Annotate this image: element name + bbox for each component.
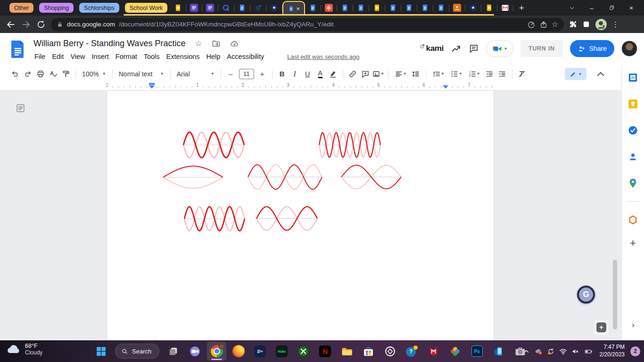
sync-pending-icon[interactable] — [547, 347, 555, 355]
browser-menu-chevron-icon[interactable] — [562, 0, 582, 16]
star-document-icon[interactable]: ☆ — [195, 39, 202, 49]
taskbar-netflix-icon[interactable]: N — [315, 342, 335, 361]
tab-slides[interactable] — [170, 0, 186, 16]
menu-insert[interactable]: Insert — [89, 51, 112, 62]
menu-edit[interactable]: Edit — [49, 51, 67, 62]
menu-format[interactable]: Format — [112, 51, 140, 62]
increase-font-icon[interactable]: + — [256, 68, 269, 80]
last-edit-link[interactable]: Last edit was seconds ago — [287, 53, 359, 60]
browser-profile-avatar[interactable] — [595, 18, 607, 31]
tab-slides[interactable] — [369, 0, 385, 16]
taskbar-photos-icon[interactable] — [446, 342, 465, 361]
hide-menus-chevron-icon[interactable] — [595, 68, 606, 80]
google-docs-logo-icon[interactable] — [11, 41, 25, 58]
taskbar-chat-icon[interactable] — [185, 342, 205, 361]
taskbar-explorer-icon[interactable] — [337, 342, 356, 361]
activity-trend-icon[interactable] — [451, 43, 462, 54]
standing-wave-5-loops[interactable] — [183, 132, 244, 158]
grammarly-button[interactable]: G — [577, 286, 595, 304]
battery-icon[interactable] — [584, 347, 594, 355]
taskbar-your-phone-icon[interactable] — [489, 342, 508, 361]
bookmark-star-icon[interactable]: ☆ — [552, 20, 558, 29]
decrease-font-icon[interactable]: – — [224, 68, 237, 80]
taskbar-start-icon[interactable] — [91, 342, 111, 361]
performance-gauge-icon[interactable] — [527, 20, 536, 29]
doc-page[interactable] — [107, 91, 494, 340]
right-indent-marker[interactable] — [443, 85, 448, 89]
taskbar-ring-app-icon[interactable] — [380, 342, 400, 361]
explore-button[interactable] — [593, 319, 610, 336]
first-line-indent-marker[interactable] — [149, 83, 155, 85]
weather-widget[interactable]: 68°F Cloudy — [7, 343, 42, 356]
add-comment-icon[interactable] — [359, 68, 372, 80]
font-size-field[interactable]: 11 — [239, 69, 254, 79]
text-color-icon[interactable]: A — [314, 68, 327, 80]
taskbar-ps-express-icon[interactable]: Ps — [467, 342, 487, 361]
standing-wave-2-loops[interactable] — [341, 165, 401, 189]
tasks-panel-icon[interactable] — [627, 125, 638, 136]
line-spacing-icon[interactable] — [410, 68, 422, 80]
redo-icon[interactable] — [21, 68, 34, 80]
styles-select[interactable]: Normal text▼ — [116, 70, 167, 78]
highlight-color-icon[interactable] — [327, 68, 339, 80]
menu-extensions[interactable]: Extensions — [163, 51, 203, 62]
increase-indent-icon[interactable] — [496, 68, 509, 80]
side-panel-collapse-icon[interactable]: › — [622, 320, 644, 330]
addon-panel-icon[interactable] — [627, 214, 638, 225]
menu-accessibility[interactable]: Accessibility — [223, 51, 267, 62]
tab-group-school-work[interactable]: School Work — [125, 3, 168, 13]
underline-icon[interactable]: U — [301, 68, 314, 80]
taskbar-firefox-icon[interactable] — [229, 342, 248, 361]
extensions-puzzle-icon[interactable] — [569, 20, 578, 29]
checklist-icon[interactable]: ▼ — [429, 68, 447, 80]
turn-in-button[interactable]: TURN IN — [520, 40, 563, 57]
taskbar-xbox-icon[interactable] — [294, 342, 313, 361]
tab-slides[interactable] — [481, 0, 497, 16]
notification-count-badge[interactable]: 2 — [630, 346, 640, 356]
tab-docs[interactable] — [353, 0, 369, 16]
calendar-panel-icon[interactable]: 31 — [627, 72, 638, 83]
tab-dark-circle[interactable] — [250, 0, 266, 16]
menu-view[interactable]: View — [67, 51, 88, 62]
editing-mode-button[interactable]: ▼ — [565, 68, 586, 80]
tab-docs[interactable] — [337, 0, 353, 16]
vertical-scrollbar[interactable] — [613, 260, 617, 329]
meet-call-button[interactable]: ▼ — [486, 40, 513, 57]
decrease-indent-icon[interactable] — [483, 68, 496, 80]
maps-panel-icon[interactable] — [627, 178, 638, 189]
share-button[interactable]: Share — [570, 40, 614, 57]
onedrive-error-icon[interactable] — [535, 347, 543, 355]
extension-app-icon[interactable] — [582, 20, 590, 28]
volume-muted-icon[interactable] — [571, 347, 579, 355]
minimize-button[interactable]: – — [582, 0, 602, 16]
new-tab-button[interactable]: + — [513, 3, 529, 13]
taskbar-disney-icon[interactable]: D+ — [250, 342, 270, 361]
tab-docs[interactable] — [433, 0, 449, 16]
left-indent-marker[interactable] — [149, 85, 155, 89]
spellcheck-icon[interactable] — [47, 68, 59, 80]
tab-kami[interactable] — [321, 0, 337, 16]
url-field[interactable]: docs.google.com /document/d/1l3yBZ04KFFo… — [51, 18, 564, 31]
insert-link-icon[interactable] — [347, 68, 359, 80]
keep-panel-icon[interactable] — [627, 99, 638, 109]
wifi-icon[interactable] — [559, 347, 567, 355]
show-outline-icon[interactable] — [16, 103, 25, 113]
tab-docs[interactable] — [417, 0, 433, 16]
tab-contacts-orange[interactable] — [449, 0, 465, 16]
standing-wave-6-loops[interactable] — [184, 206, 245, 231]
taskbar-mcafee-icon[interactable] — [424, 342, 443, 361]
close-window-button[interactable]: × — [621, 0, 641, 16]
document-title[interactable]: William Berry - Standing Waves Practice — [33, 39, 185, 49]
insert-image-icon[interactable]: ▼ — [372, 68, 385, 80]
tab-group-schlorships[interactable]: Schlorships — [79, 3, 119, 13]
menu-file[interactable]: File — [31, 51, 49, 62]
restore-button[interactable] — [602, 0, 621, 16]
taskbar-search[interactable]: Search — [115, 344, 159, 359]
italic-icon[interactable]: I — [289, 68, 301, 80]
taskbar-chrome-icon[interactable] — [207, 342, 226, 361]
kami-open-button[interactable]: kami — [420, 44, 444, 53]
active-tab[interactable]: × — [282, 1, 305, 16]
numbered-list-icon[interactable]: 123▼ — [465, 68, 483, 80]
menu-help[interactable]: Help — [203, 51, 224, 62]
tab-group-other[interactable]: Other — [9, 3, 33, 13]
